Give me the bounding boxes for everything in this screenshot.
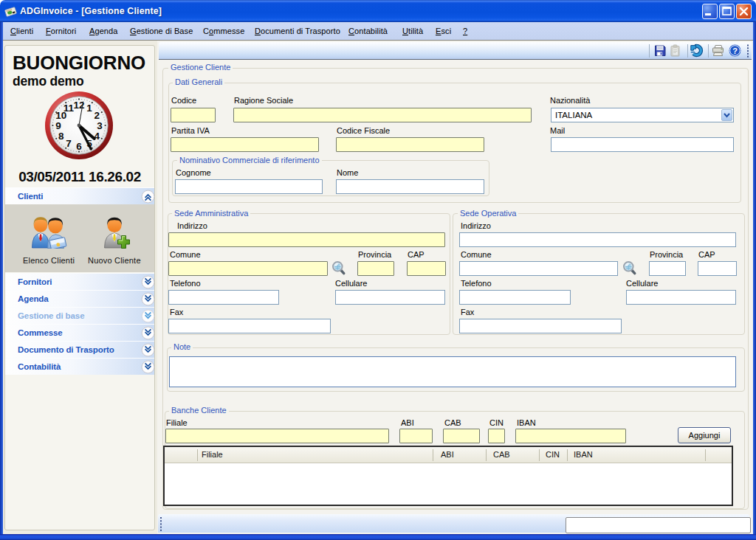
- svg-text:11: 11: [63, 103, 75, 114]
- svg-text:6: 6: [76, 141, 82, 152]
- svg-text:8: 8: [58, 131, 64, 142]
- svg-text:3: 3: [97, 120, 103, 131]
- svg-text:9: 9: [55, 120, 61, 131]
- svg-text:?: ?: [732, 46, 738, 55]
- svg-text:1: 1: [86, 103, 92, 114]
- svg-text:2: 2: [94, 110, 100, 121]
- svg-text:7: 7: [66, 138, 72, 149]
